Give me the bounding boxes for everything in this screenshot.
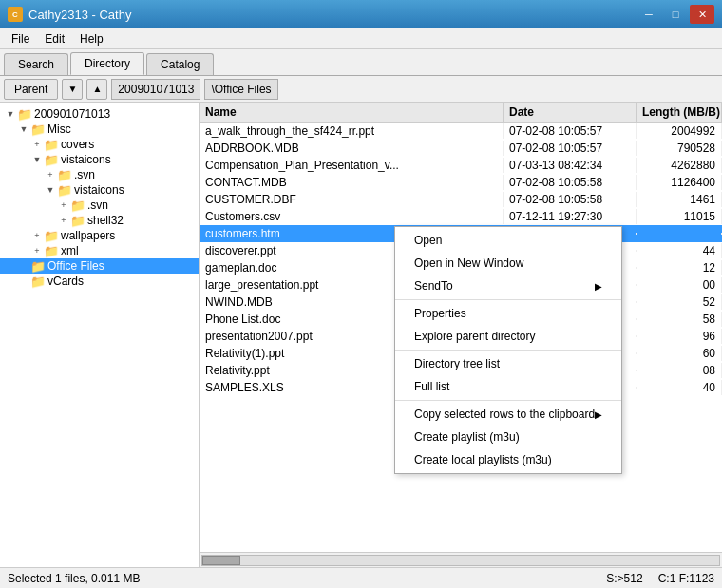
tree-item-xml[interactable]: + 📁 xml xyxy=(0,243,199,258)
tab-catalog[interactable]: Catalog xyxy=(146,53,214,75)
tree-item-vcards[interactable]: 📁 vCards xyxy=(0,274,199,289)
tree-toggle-covers[interactable]: + xyxy=(30,138,44,151)
ctx-copy-rows[interactable]: Copy selected rows to the clipboard ▶ xyxy=(395,403,621,426)
tree-label-covers: covers xyxy=(61,138,94,151)
tree-toggle-misc[interactable]: ▼ xyxy=(17,123,30,136)
tree-item-vistaicons[interactable]: ▼ 📁 vistaicons xyxy=(0,152,199,167)
folder-icon-shell32: 📁 xyxy=(70,214,86,227)
toolbar: Parent ▼ ▲ 200901071013 \Office Files xyxy=(0,76,722,103)
tree-item-root[interactable]: ▼ 📁 200901071013 xyxy=(0,106,199,122)
tree-toggle-svn1[interactable]: + xyxy=(44,168,57,181)
nav-up-button[interactable]: ▲ xyxy=(86,79,107,100)
ctx-separator-2 xyxy=(395,350,621,351)
scroll-thumb[interactable] xyxy=(202,556,240,565)
ctx-create-playlist[interactable]: Create playlist (m3u) xyxy=(395,426,621,448)
ctx-open[interactable]: Open xyxy=(395,229,621,252)
path-segment-1: 200901071013 xyxy=(111,79,200,100)
app-icon: C xyxy=(8,7,23,22)
ctx-explore-parent[interactable]: Explore parent directory xyxy=(395,325,621,348)
file-row[interactable]: a_walk_through_the_sf424_rr.ppt 07-02-08… xyxy=(200,123,722,140)
title-bar-controls: ─ □ ✕ xyxy=(636,5,714,24)
file-name: Compensation_Plan_Presentation_v... xyxy=(200,158,504,173)
tree-toggle-vistaicons[interactable]: ▼ xyxy=(30,153,44,166)
tree-label-misc: Misc xyxy=(48,123,71,136)
file-date: 07-02-08 10:05:58 xyxy=(504,192,636,207)
close-button[interactable]: ✕ xyxy=(690,5,714,24)
file-length xyxy=(636,233,722,235)
tree-item-vistaicons2[interactable]: ▼ 📁 vistaicons xyxy=(0,182,199,198)
file-length: 00 xyxy=(636,277,722,293)
ctx-directory-tree-list[interactable]: Directory tree list xyxy=(395,352,621,375)
folder-icon-misc: 📁 xyxy=(30,123,46,136)
file-length: 40 xyxy=(636,380,722,395)
file-row[interactable]: Customers.csv 07-12-11 19:27:30 11015 xyxy=(200,208,722,225)
menu-file[interactable]: File xyxy=(4,30,37,47)
file-date: 07-02-08 10:05:58 xyxy=(504,175,636,190)
file-row[interactable]: Compensation_Plan_Presentation_v... 07-0… xyxy=(200,157,722,174)
header-date[interactable]: Date xyxy=(504,103,636,122)
menu-help[interactable]: Help xyxy=(72,30,111,47)
tabs-bar: Search Directory Catalog xyxy=(0,49,722,76)
nav-down-button[interactable]: ▼ xyxy=(62,79,83,100)
tree-item-misc[interactable]: ▼ 📁 Misc xyxy=(0,122,199,137)
tree-toggle-xml[interactable]: + xyxy=(30,244,44,257)
file-row[interactable]: CUSTOMER.DBF 07-02-08 10:05:58 1461 xyxy=(200,191,722,208)
file-date: 07-02-08 10:05:57 xyxy=(504,123,636,139)
horizontal-scrollbar[interactable] xyxy=(200,552,722,567)
file-row[interactable]: ADDRBOOK.MDB 07-02-08 10:05:57 790528 xyxy=(200,140,722,157)
minimize-button[interactable]: ─ xyxy=(636,5,661,24)
file-date: 07-02-08 10:05:57 xyxy=(504,141,636,156)
path-display: 200901071013 \Office Files xyxy=(111,79,718,100)
file-length: 44 xyxy=(636,243,722,258)
file-length: 2004992 xyxy=(636,123,722,139)
maximize-button[interactable]: □ xyxy=(663,5,688,24)
file-length: 11015 xyxy=(636,209,722,224)
file-date: 07-03-13 08:42:34 xyxy=(504,158,636,173)
tree-item-svn2[interactable]: + 📁 .svn xyxy=(0,198,199,213)
status-left: Selected 1 files, 0.011 MB xyxy=(8,572,140,585)
tree-item-wallpapers[interactable]: + 📁 wallpapers xyxy=(0,228,199,243)
folder-icon-vistaicons: 📁 xyxy=(44,153,59,166)
tree-toggle-svn2[interactable]: + xyxy=(57,199,70,212)
file-name: a_walk_through_the_sf424_rr.ppt xyxy=(200,123,504,139)
parent-button[interactable]: Parent xyxy=(4,79,58,100)
tree-toggle-officefiles[interactable] xyxy=(17,259,30,273)
tree-toggle-vistaicons2[interactable]: ▼ xyxy=(44,183,57,197)
tree-toggle-vcards[interactable] xyxy=(17,275,30,288)
header-length[interactable]: Length (MB/B) xyxy=(636,103,722,122)
tree-item-shell32[interactable]: + 📁 shell32 xyxy=(0,213,199,228)
folder-icon-root: 📁 xyxy=(17,107,32,121)
menu-bar: File Edit Help xyxy=(0,28,722,49)
tree-toggle-shell32[interactable]: + xyxy=(57,214,70,227)
copy-rows-arrow-icon: ▶ xyxy=(595,409,602,420)
menu-edit[interactable]: Edit xyxy=(37,30,72,47)
tree-label-vcards: vCards xyxy=(48,275,84,288)
header-name[interactable]: Name xyxy=(200,103,504,122)
tab-directory[interactable]: Directory xyxy=(70,52,144,75)
file-date: 07-12-11 19:27:30 xyxy=(504,209,636,224)
tree-toggle-wallpapers[interactable]: + xyxy=(30,229,44,242)
ctx-create-local-playlists[interactable]: Create local playlists (m3u) xyxy=(395,448,621,471)
scroll-track[interactable] xyxy=(201,555,720,566)
svg-text:C: C xyxy=(12,10,18,19)
status-right: S:>512 C:1 F:1123 xyxy=(606,572,714,585)
status-s-val: S:>512 xyxy=(606,572,642,585)
file-header: Name Date Length (MB/B) xyxy=(200,103,722,123)
tree-label-vistaicons2: vistaicons xyxy=(74,183,124,197)
tree-item-svn1[interactable]: + 📁 .svn xyxy=(0,167,199,182)
tab-search[interactable]: Search xyxy=(4,53,68,75)
ctx-properties[interactable]: Properties xyxy=(395,302,621,325)
tree-item-covers[interactable]: + 📁 covers xyxy=(0,137,199,152)
tree-toggle-root[interactable]: ▼ xyxy=(4,107,17,121)
file-length: 96 xyxy=(636,329,722,344)
tree-label-officefiles: Office Files xyxy=(48,259,104,273)
ctx-sendto[interactable]: SendTo ▶ xyxy=(395,275,621,297)
tree-pane: ▼ 📁 200901071013 ▼ 📁 Misc + 📁 covers ▼ 📁… xyxy=(0,103,200,567)
tree-item-officefiles[interactable]: 📁 Office Files xyxy=(0,258,199,274)
ctx-full-list[interactable]: Full list xyxy=(395,375,621,398)
file-row[interactable]: CONTACT.MDB 07-02-08 10:05:58 1126400 xyxy=(200,174,722,191)
status-c-val: C:1 F:1123 xyxy=(658,572,714,585)
ctx-open-new-window[interactable]: Open in New Window xyxy=(395,252,621,275)
tree-label-svn1: .svn xyxy=(74,168,95,181)
file-length: 60 xyxy=(636,346,722,361)
